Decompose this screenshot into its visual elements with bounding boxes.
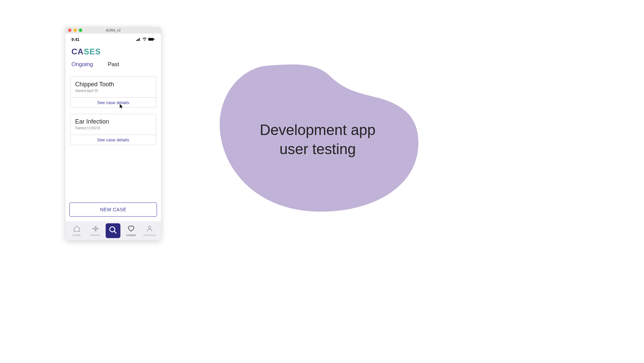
nav-home[interactable]: HOME (69, 225, 85, 237)
page-title-part1: CA (71, 47, 84, 56)
tab-past[interactable]: Past (108, 61, 119, 68)
app-window: AURA_v2 9:41 (65, 27, 161, 240)
slide-text-line2: user testing (279, 141, 356, 157)
new-case-button[interactable]: NEW CASE (69, 202, 157, 217)
home-icon (73, 225, 80, 233)
nav-travel[interactable]: TRAVEL (87, 225, 103, 237)
nav-profile-label: PROFILE (144, 234, 156, 237)
svg-rect-1 (137, 39, 138, 41)
person-icon (146, 225, 153, 233)
svg-line-8 (114, 231, 117, 233)
signal-icon (136, 37, 141, 42)
case-card-body: Chipped Tooth Started April 20 (70, 77, 156, 97)
case-card[interactable]: Chipped Tooth Started April 20 See case … (70, 77, 156, 108)
svg-point-7 (110, 227, 115, 232)
case-details-link[interactable]: See case details (70, 135, 156, 145)
plane-icon (92, 225, 99, 233)
tab-ongoing[interactable]: Ongoing (71, 61, 93, 68)
svg-rect-3 (139, 38, 140, 41)
page-title-part2: SES (84, 47, 101, 56)
slide-text-line1: Development app (260, 122, 376, 138)
window-titlebar: AURA_v2 (65, 27, 161, 34)
status-bar: 9:41 (65, 35, 161, 44)
wifi-icon (142, 37, 147, 42)
case-subtitle: Started April 20 (75, 89, 151, 93)
window-title: AURA_v2 (65, 29, 161, 32)
phone-screen: 9:41 (65, 34, 161, 240)
nav-travel-label: TRAVEL (90, 234, 101, 237)
heart-icon (127, 225, 135, 233)
case-title: Ear Infection (75, 118, 151, 125)
case-title: Chipped Tooth (75, 81, 151, 88)
search-icon (109, 226, 117, 236)
battery-icon (148, 37, 155, 42)
svg-rect-6 (154, 39, 155, 40)
bottom-nav: HOME TRAVEL (65, 221, 161, 240)
nav-cases[interactable]: CASES (123, 225, 139, 237)
nav-cases-label: CASES (126, 234, 136, 237)
svg-point-4 (144, 40, 145, 41)
page-title: CASES (65, 44, 161, 59)
cursor-icon (120, 104, 123, 109)
nav-search[interactable] (106, 223, 120, 238)
svg-point-9 (149, 226, 151, 228)
svg-rect-5 (148, 38, 154, 41)
case-card[interactable]: Ear Infection Started 11/15/19 See case … (70, 114, 156, 145)
status-time: 9:41 (71, 37, 79, 42)
svg-rect-2 (138, 39, 139, 41)
status-icons (136, 37, 155, 42)
case-subtitle: Started 11/15/19 (75, 126, 151, 130)
case-card-body: Ear Infection Started 11/15/19 (70, 114, 156, 135)
case-details-link[interactable]: See case details (70, 97, 156, 107)
cases-list: Chipped Tooth Started April 20 See case … (65, 72, 161, 202)
svg-rect-0 (136, 40, 137, 41)
slide-text: Development app user testing (246, 120, 390, 158)
nav-profile[interactable]: PROFILE (142, 225, 158, 237)
tabs: Ongoing Past (65, 59, 161, 72)
nav-home-label: HOME (72, 234, 81, 237)
